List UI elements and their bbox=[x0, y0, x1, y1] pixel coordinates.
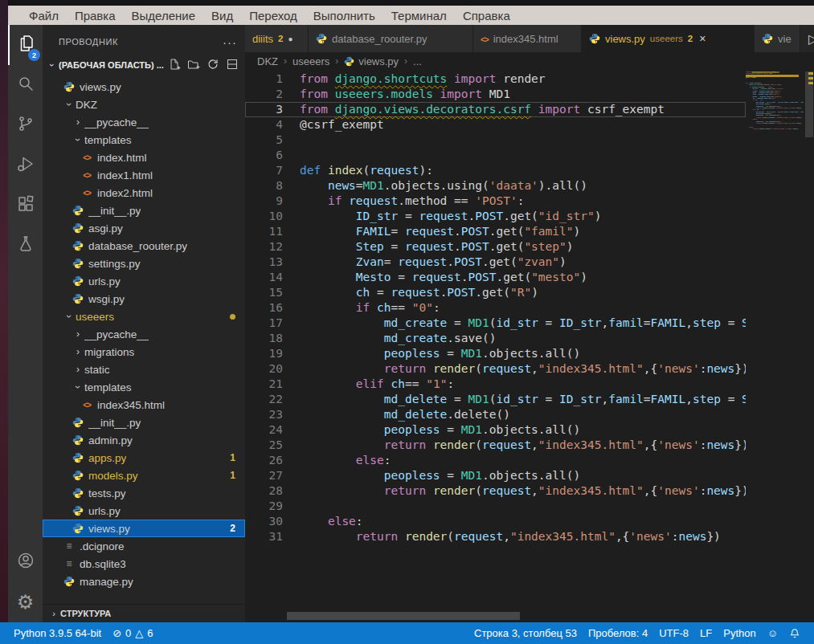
breadcrumb-item[interactable]: ... bbox=[413, 55, 422, 67]
activitybar-explorer[interactable]: 2 bbox=[8, 25, 43, 65]
close-icon[interactable]: × bbox=[699, 32, 706, 45]
code-line[interactable]: 25 return render(request,"index345.html"… bbox=[245, 438, 746, 453]
tree-item-db-sqlite3[interactable]: ≡db.sqlite3 bbox=[43, 555, 245, 573]
tree-item-templates[interactable]: ›templates bbox=[43, 131, 245, 149]
tree-item-useeers[interactable]: ›useeers bbox=[43, 308, 245, 325]
tree-item-database-roouter-py[interactable]: database_roouter.py bbox=[43, 237, 245, 255]
tree-item-index-html[interactable]: <>index.html bbox=[43, 149, 245, 166]
code-line[interactable]: 26 else: bbox=[245, 453, 746, 468]
activitybar-run-debug[interactable] bbox=[8, 145, 43, 185]
tree-item-admin-py[interactable]: admin.py bbox=[43, 431, 245, 449]
breadcrumb[interactable]: DKZ›useeers›views.py›... bbox=[245, 52, 814, 70]
breadcrumb-item[interactable]: useeers bbox=[292, 55, 329, 67]
code-line[interactable]: 11 FAMIL= request.POST.get("famil") bbox=[245, 224, 746, 239]
tree-item-index1-html[interactable]: <>index1.html bbox=[43, 166, 245, 184]
menu-item-выделение[interactable]: Выделение bbox=[124, 9, 203, 22]
activitybar-source-control[interactable] bbox=[8, 105, 43, 145]
code-line[interactable]: 15 ch = request.POST.get("R") bbox=[245, 285, 746, 300]
tree-item-apps-py[interactable]: apps.py1 bbox=[43, 449, 245, 467]
code-line[interactable]: 24 peopless = MD1.objects.all() bbox=[245, 422, 746, 438]
tree-item-models-py[interactable]: models.py1 bbox=[43, 467, 245, 484]
tree-item-manage-py[interactable]: manage.py bbox=[43, 573, 245, 590]
minimap[interactable]: from django.shortcuts import renderfrom … bbox=[746, 71, 804, 167]
code-line[interactable]: 19 peopless = MD1.objects.all() bbox=[245, 346, 746, 361]
code-line[interactable]: 10 ID_str = request.POST.get("id_str") bbox=[245, 209, 746, 224]
code-line[interactable]: 6 bbox=[245, 148, 746, 163]
code-line[interactable]: 13 Zvan= request.POST.get("zvan") bbox=[245, 255, 746, 270]
tree-item-settings-py[interactable]: settings.py bbox=[43, 255, 245, 272]
tree-item-dkz[interactable]: ›DKZ bbox=[43, 96, 245, 113]
eol-status[interactable]: LF bbox=[694, 627, 718, 639]
tree-item-wsgi-py[interactable]: wsgi.py bbox=[43, 290, 245, 308]
indentation-status[interactable]: Пробелов: 4 bbox=[583, 627, 653, 639]
breadcrumb-item[interactable]: views.py bbox=[344, 55, 399, 67]
tree-item-views-py[interactable]: views.py2 bbox=[43, 520, 245, 537]
code-line[interactable]: 23 md_delete.delete() bbox=[245, 407, 746, 422]
code-line[interactable]: 17 md_create = MD1(id_str = ID_str,famil… bbox=[245, 316, 746, 331]
tab-index345-html[interactable]: <>index345.html bbox=[473, 25, 582, 52]
activitybar-settings[interactable]: ⚙ bbox=[8, 582, 43, 622]
menu-item-переход[interactable]: Переход bbox=[241, 9, 305, 22]
code-lines[interactable]: 1from django.shortcuts import render2fro… bbox=[245, 71, 746, 544]
code-line[interactable]: 20 return render(request,"index345.html"… bbox=[245, 361, 746, 377]
activitybar-testing[interactable] bbox=[8, 226, 43, 266]
python-interpreter-status[interactable]: Python 3.9.5 64-bit bbox=[8, 627, 107, 639]
code-line[interactable]: 3from django.views.decorators.csrf impor… bbox=[245, 102, 746, 117]
code-line[interactable]: 7def index(request): bbox=[245, 163, 746, 178]
workspace-section-header[interactable]: › (РАБОЧАЯ ОБЛАСТЬ) ... bbox=[43, 55, 245, 75]
code-line[interactable]: 4@csrf_exempt bbox=[245, 117, 746, 132]
activitybar-account[interactable] bbox=[8, 542, 43, 582]
tree-item--init-py[interactable]: __init__.py bbox=[43, 202, 245, 219]
tab-vie[interactable]: vie bbox=[755, 25, 800, 52]
menu-item-терминал[interactable]: Терминал bbox=[383, 9, 455, 22]
code-line[interactable]: 8 news=MD1.objects.using('daata').all() bbox=[245, 178, 746, 194]
tab-diiits[interactable]: diiits2● bbox=[245, 25, 309, 52]
collapse-icon[interactable] bbox=[226, 58, 239, 72]
code-line[interactable]: 28 return render(request,"index345.html"… bbox=[245, 483, 746, 499]
tree-item-index2-html[interactable]: <>index2.html bbox=[43, 184, 245, 202]
code-line[interactable]: 2from useeers.models import MD1 bbox=[245, 87, 746, 102]
breadcrumb-item[interactable]: DKZ bbox=[257, 55, 278, 67]
code-line[interactable]: 14 Mesto = request.POST.get("mesto") bbox=[245, 270, 746, 285]
problems-status[interactable]: ⊘ 0 △ 6 bbox=[107, 627, 158, 639]
tree-item--pycache-[interactable]: ›__pycache__ bbox=[43, 113, 245, 131]
vertical-scrollbar[interactable] bbox=[804, 70, 814, 622]
menu-item-выполнить[interactable]: Выполнить bbox=[305, 9, 383, 22]
code-line[interactable]: 31 return render(request,"index345.html"… bbox=[245, 529, 746, 544]
sidebar-more-icon[interactable]: ··· bbox=[223, 35, 237, 49]
encoding-status[interactable]: UTF-8 bbox=[653, 627, 694, 639]
tree-item-views-py[interactable]: views.py bbox=[43, 78, 245, 96]
menu-item-справка[interactable]: Справка bbox=[455, 9, 518, 22]
activitybar-extensions[interactable] bbox=[8, 185, 43, 226]
tab-database-roouter-py[interactable]: database_roouter.py bbox=[309, 25, 473, 52]
tree-item-asgi-py[interactable]: asgi.py bbox=[43, 219, 245, 237]
menu-item-вид[interactable]: Вид bbox=[203, 9, 241, 22]
refresh-icon[interactable] bbox=[207, 58, 219, 72]
code-line[interactable]: 16 if ch== "0": bbox=[245, 300, 746, 316]
horizontal-scrollbar[interactable] bbox=[287, 612, 520, 620]
bell-icon[interactable] bbox=[783, 628, 806, 639]
cursor-position-status[interactable]: Строка 3, столбец 53 bbox=[468, 627, 583, 639]
code-line[interactable]: 5 bbox=[245, 132, 746, 148]
code-line[interactable]: 30 else: bbox=[245, 514, 746, 529]
tree-item-migrations[interactable]: ›migrations bbox=[43, 343, 245, 361]
new-file-icon[interactable] bbox=[168, 58, 181, 72]
menu-item-файл[interactable]: Файл bbox=[21, 9, 67, 22]
tree-item-index345-html[interactable]: <>index345.html bbox=[43, 396, 245, 414]
code-line[interactable]: 9 if request.method == 'POST': bbox=[245, 194, 746, 209]
code-line[interactable]: 18 md_create.save() bbox=[245, 331, 746, 346]
activitybar-search[interactable] bbox=[8, 65, 43, 105]
tree-item--dcignore[interactable]: ≡.dcignore bbox=[43, 537, 245, 555]
code-line[interactable]: 27 peopless = MD1.objects.all() bbox=[245, 468, 746, 483]
menu-item-правка[interactable]: Правка bbox=[67, 9, 124, 22]
outline-section[interactable]: › СТРУКТУРА bbox=[43, 604, 245, 622]
language-mode-status[interactable]: Python bbox=[718, 627, 761, 639]
tree-item-templates[interactable]: ›templates bbox=[43, 378, 245, 396]
tree-item-static[interactable]: ›static bbox=[43, 361, 245, 378]
tree-item-urls-py[interactable]: urls.py bbox=[43, 272, 245, 290]
code-line[interactable]: 1from django.shortcuts import render bbox=[245, 71, 746, 87]
code-line[interactable]: 22 md_delete = MD1(id_str = ID_str,famil… bbox=[245, 392, 746, 407]
tree-item--pycache-[interactable]: ›__pycache__ bbox=[43, 325, 245, 343]
tree-item-urls-py[interactable]: urls.py bbox=[43, 502, 245, 520]
feedback-icon[interactable]: ☺ bbox=[762, 627, 783, 639]
